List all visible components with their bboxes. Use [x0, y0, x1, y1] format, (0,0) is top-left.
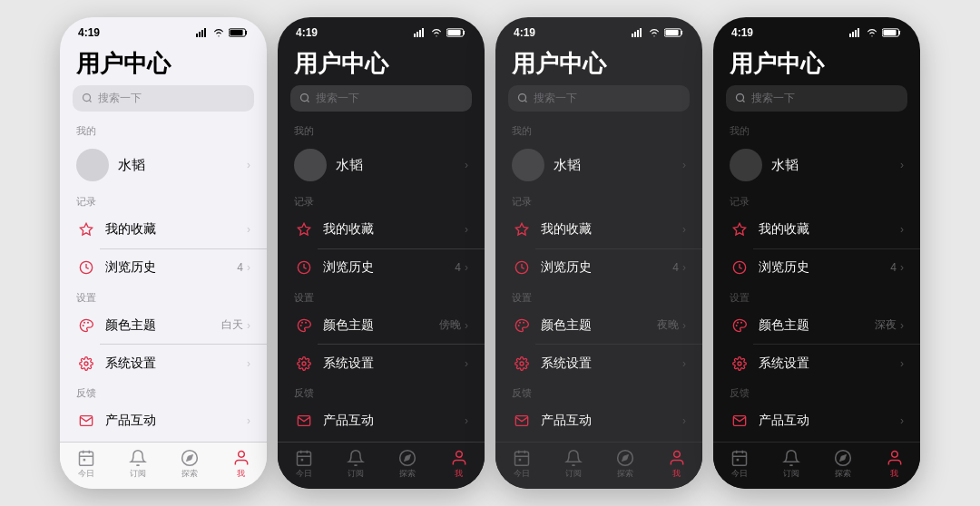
user-name: 水韬	[118, 157, 247, 174]
list-item[interactable]: 系统设置 ›	[713, 345, 920, 379]
tab-explore[interactable]: 探索	[163, 449, 215, 480]
tab-label: 探索	[835, 468, 851, 480]
list-item[interactable]: 产品互动 ›	[278, 402, 485, 438]
section-label: 反馈	[713, 383, 920, 402]
tab-today[interactable]: 今日	[713, 449, 765, 480]
list-item[interactable]: 产品互动 ›	[60, 402, 267, 438]
tab-bar: 今日 订阅 探索 我	[60, 442, 267, 489]
item-text: 系统设置	[323, 355, 465, 372]
svg-point-43	[456, 451, 462, 457]
list-item[interactable]: 我的收藏 ›	[713, 210, 920, 248]
list-item[interactable]: 水韬 ›	[713, 140, 920, 188]
signal-icon	[849, 28, 862, 37]
tab-subscribe[interactable]: 订阅	[765, 449, 817, 480]
list-group: 颜色主题 白天 › 系统设置 ›	[60, 307, 267, 379]
list-item[interactable]: 我的收藏 ›	[495, 210, 702, 248]
list-item[interactable]: 水韬 ›	[60, 140, 267, 188]
list-item[interactable]: 产品互动 ›	[713, 402, 920, 438]
chevron-icon: ›	[682, 159, 686, 171]
palette-icon	[294, 316, 314, 336]
tab-explore[interactable]: 探索	[381, 449, 433, 480]
user-name: 水韬	[554, 157, 682, 174]
item-value: 白天	[221, 317, 243, 333]
svg-point-33	[301, 321, 303, 323]
list-item[interactable]: 浏览历史 4 ›	[495, 248, 702, 283]
item-text: 颜色主题	[105, 317, 221, 334]
list-item[interactable]: 颜色主题 傍晚 ›	[278, 307, 485, 345]
list-item[interactable]: 我的收藏 ›	[278, 210, 485, 248]
list-item[interactable]: 水韬 ›	[278, 140, 485, 188]
user-tab-icon	[450, 449, 468, 467]
section-label: 记录	[495, 191, 702, 210]
item-value: 4	[672, 261, 679, 274]
search-bar[interactable]: 搜索一下	[726, 85, 907, 112]
clock-icon	[294, 258, 314, 277]
clock-icon	[730, 258, 750, 277]
item-text: 浏览历史	[759, 259, 890, 276]
tab-subscribe[interactable]: 订阅	[329, 449, 381, 480]
search-icon	[82, 92, 93, 105]
item-text: 产品互动	[105, 413, 247, 429]
tab-user[interactable]: 我	[868, 449, 920, 480]
list-item[interactable]: 系统设置 ›	[495, 345, 702, 379]
tab-label: 今日	[514, 468, 530, 480]
search-bar[interactable]: 搜索一下	[290, 85, 472, 112]
list-group: 颜色主题 夜晚 › 系统设置 ›	[495, 307, 702, 379]
status-icons	[849, 28, 902, 37]
tab-label: 订阅	[565, 468, 582, 480]
mail-icon	[730, 411, 750, 431]
subscribe-tab-icon	[129, 449, 147, 467]
tab-today[interactable]: 今日	[495, 449, 547, 480]
section-label: 我的	[60, 121, 267, 140]
tab-label: 订阅	[783, 468, 799, 480]
gear-icon	[512, 354, 532, 374]
list-item[interactable]: 颜色主题 夜晚 ›	[495, 307, 702, 345]
list-item[interactable]: 浏览历史 4 ›	[278, 248, 485, 283]
search-bar[interactable]: 搜索一下	[73, 85, 254, 112]
svg-marker-30	[298, 224, 309, 236]
svg-point-56	[523, 321, 524, 323]
tab-bar: 今日 订阅 探索 我	[495, 442, 702, 489]
tab-subscribe[interactable]: 订阅	[112, 449, 163, 480]
svg-line-29	[307, 100, 309, 102]
list-item[interactable]: 系统设置 ›	[278, 345, 485, 379]
list-item[interactable]: 系统设置 ›	[60, 345, 267, 379]
svg-marker-52	[515, 224, 527, 236]
item-text: 浏览历史	[105, 259, 237, 276]
search-placeholder: 搜索一下	[98, 91, 142, 106]
svg-point-21	[238, 451, 244, 457]
svg-line-51	[524, 100, 526, 102]
tab-today[interactable]: 今日	[60, 449, 112, 480]
mail-icon	[512, 411, 532, 431]
list-group: 我的收藏 › 浏览历史 4 ›	[60, 210, 267, 283]
list-item[interactable]: 浏览历史 4 ›	[713, 248, 920, 283]
list-item[interactable]: 水韬 ›	[495, 140, 702, 188]
tab-user[interactable]: 我	[215, 449, 267, 480]
chevron-icon: ›	[465, 319, 468, 332]
tab-user[interactable]: 我	[651, 449, 702, 480]
item-value: 傍晚	[439, 317, 461, 333]
today-tab-icon	[295, 449, 313, 467]
svg-rect-80	[732, 452, 746, 465]
tab-subscribe[interactable]: 订阅	[547, 449, 599, 480]
list-item[interactable]: 颜色主题 白天 ›	[60, 307, 267, 345]
tab-today[interactable]: 今日	[278, 449, 329, 480]
list-item[interactable]: 我的收藏 ›	[60, 210, 267, 248]
item-text: 浏览历史	[323, 259, 455, 276]
list-item[interactable]: 产品互动 ›	[495, 402, 702, 438]
user-tab-icon	[886, 449, 904, 467]
svg-rect-71	[883, 30, 896, 35]
item-text: 系统设置	[541, 355, 682, 372]
list-item[interactable]: 颜色主题 深夜 ›	[713, 307, 920, 345]
tab-user[interactable]: 我	[433, 449, 485, 480]
svg-rect-69	[858, 28, 859, 37]
list-item[interactable]: 浏览历史 4 ›	[60, 248, 267, 283]
tab-explore[interactable]: 探索	[817, 449, 868, 480]
svg-marker-42	[404, 454, 410, 461]
item-text: 我的收藏	[759, 221, 900, 238]
tab-label: 探索	[181, 468, 198, 480]
svg-marker-74	[733, 224, 745, 236]
tab-explore[interactable]: 探索	[599, 449, 651, 480]
chevron-icon: ›	[247, 223, 250, 236]
search-bar[interactable]: 搜索一下	[508, 85, 690, 112]
